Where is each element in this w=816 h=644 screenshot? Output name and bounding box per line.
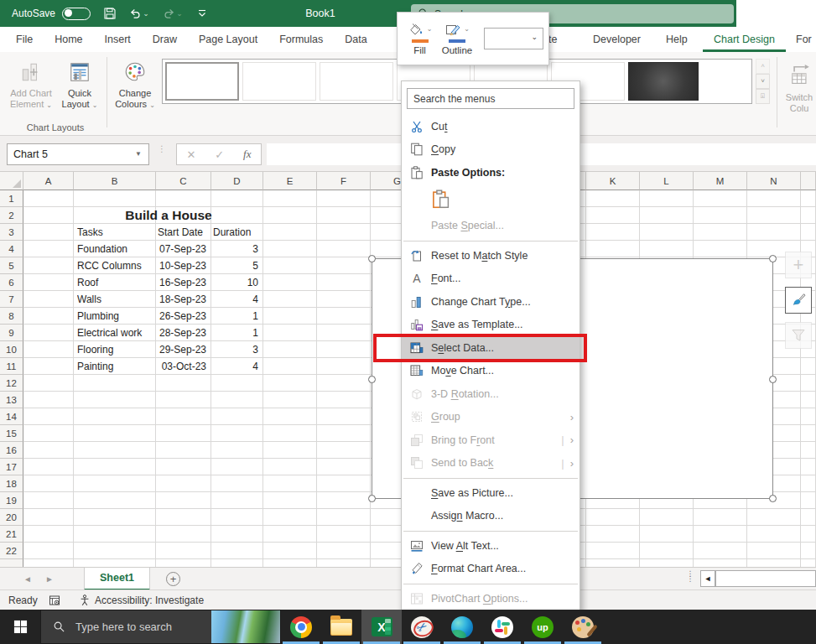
row-header-13[interactable]: 13	[0, 392, 23, 408]
tab-format-partial[interactable]: For	[789, 27, 816, 52]
cell[interactable]	[694, 526, 747, 543]
cell[interactable]	[23, 492, 74, 509]
cell[interactable]	[640, 224, 694, 241]
cell[interactable]	[74, 392, 156, 408]
tab-data[interactable]: Data	[334, 27, 377, 52]
cell[interactable]	[74, 559, 156, 567]
cell[interactable]	[801, 459, 816, 475]
cell[interactable]	[263, 291, 317, 308]
style-combo-box[interactable]: ⌄	[484, 28, 543, 49]
chart-styles-button[interactable]	[785, 287, 812, 314]
cell[interactable]	[211, 408, 263, 425]
cell[interactable]	[211, 375, 263, 392]
cell[interactable]	[263, 543, 317, 559]
cell[interactable]	[74, 459, 156, 475]
cell[interactable]	[317, 358, 371, 375]
cell[interactable]	[211, 190, 263, 207]
row-header-21[interactable]: 21	[0, 526, 23, 543]
cell[interactable]	[263, 274, 317, 291]
cell[interactable]	[801, 207, 816, 224]
fill-button[interactable]: ⌄ Fill	[403, 22, 437, 55]
cell[interactable]	[317, 509, 371, 526]
chart-resize-handle[interactable]	[368, 255, 376, 262]
sheet-tab-sheet1[interactable]: Sheet1	[84, 568, 150, 590]
cell[interactable]	[747, 559, 801, 567]
cell[interactable]	[694, 207, 747, 224]
taskbar-upwork[interactable]: up	[522, 610, 563, 644]
tab-insert[interactable]: Insert	[94, 27, 142, 52]
cell[interactable]	[23, 475, 74, 492]
row-header-12[interactable]: 12	[0, 375, 23, 392]
cell[interactable]	[317, 308, 371, 325]
cell[interactable]	[263, 207, 317, 224]
cell[interactable]	[640, 509, 694, 526]
column-header-B[interactable]: B	[74, 172, 156, 190]
tab-file[interactable]: File	[5, 27, 44, 52]
gallery-more-button[interactable]: ⍗	[756, 89, 770, 104]
tab-help[interactable]: Help	[655, 27, 699, 52]
tabbar-splitter[interactable]: ⋮⋮	[686, 571, 694, 581]
row-header-20[interactable]: 20	[0, 509, 23, 526]
cell[interactable]	[801, 442, 816, 459]
row-header-15[interactable]: 15	[0, 425, 23, 442]
cell[interactable]	[317, 325, 371, 341]
cell[interactable]	[263, 475, 317, 492]
formula-bar-splitter[interactable]: ⋮	[158, 146, 166, 152]
cell[interactable]	[317, 241, 371, 257]
cell[interactable]	[211, 459, 263, 475]
customize-quick-access-button[interactable]	[191, 0, 213, 27]
cell[interactable]	[640, 207, 694, 224]
combo-dropdown-icon[interactable]: ⌄	[531, 33, 538, 41]
hscroll-thumb[interactable]	[715, 570, 816, 587]
cell[interactable]	[694, 543, 747, 559]
column-header-C[interactable]: C	[156, 172, 211, 190]
cell[interactable]	[801, 190, 816, 207]
cell[interactable]	[74, 526, 156, 543]
cell[interactable]	[156, 559, 211, 567]
chart-resize-handle[interactable]	[368, 495, 376, 502]
cell[interactable]	[586, 543, 640, 559]
cell[interactable]	[263, 241, 317, 257]
tab-home[interactable]: Home	[44, 27, 93, 52]
chart-style-thumbnail[interactable]	[165, 62, 239, 101]
cell[interactable]	[211, 392, 263, 408]
menu-item-font[interactable]: AFont...	[402, 267, 580, 291]
cell[interactable]	[801, 559, 816, 567]
search-highlight-image[interactable]	[211, 610, 280, 643]
cell[interactable]	[694, 241, 747, 257]
cell[interactable]	[23, 442, 74, 459]
cell[interactable]	[801, 375, 816, 392]
cell[interactable]	[156, 207, 211, 224]
column-header-K[interactable]: K	[586, 172, 640, 190]
menu-item-save-as-picture[interactable]: Save as Picture...	[402, 481, 580, 505]
cell[interactable]	[586, 190, 640, 207]
column-header-D[interactable]: D	[211, 172, 263, 190]
cell[interactable]	[317, 459, 371, 475]
cell[interactable]	[156, 257, 211, 274]
taskbar-search-box[interactable]: Type here to search	[40, 610, 281, 644]
cell[interactable]	[263, 492, 317, 509]
row-header-10[interactable]: 10	[0, 341, 23, 358]
cell[interactable]	[263, 375, 317, 392]
cell[interactable]	[74, 274, 156, 291]
cell[interactable]	[211, 442, 263, 459]
cell[interactable]	[74, 543, 156, 559]
cell[interactable]	[317, 274, 371, 291]
row-header-23[interactable]	[0, 559, 23, 567]
cell[interactable]	[747, 207, 801, 224]
cell[interactable]	[74, 257, 156, 274]
row-header-6[interactable]: 6	[0, 274, 23, 291]
autosave-toggle[interactable]	[62, 8, 91, 20]
cell[interactable]	[74, 308, 156, 325]
cell[interactable]	[263, 224, 317, 241]
cell[interactable]	[211, 425, 263, 442]
menu-item-move-chart[interactable]: Move Chart...	[402, 360, 580, 383]
cell[interactable]	[23, 559, 74, 567]
cell[interactable]	[263, 408, 317, 425]
cell[interactable]	[74, 325, 156, 341]
cell[interactable]	[23, 325, 74, 341]
cell[interactable]	[801, 492, 816, 509]
insert-function-icon[interactable]: fx	[243, 148, 251, 161]
cell[interactable]	[801, 509, 816, 526]
menu-item-paste-options[interactable]: Paste Options:	[402, 161, 580, 184]
